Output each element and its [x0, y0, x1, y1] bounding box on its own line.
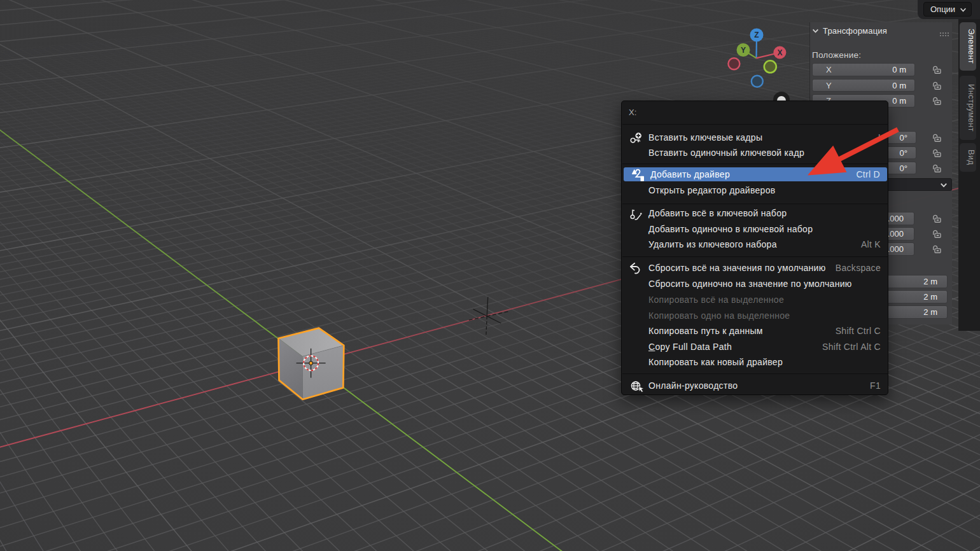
- svg-text:Y: Y: [741, 46, 746, 55]
- svg-text:Z: Z: [754, 31, 759, 39]
- svg-text:X: X: [777, 48, 782, 57]
